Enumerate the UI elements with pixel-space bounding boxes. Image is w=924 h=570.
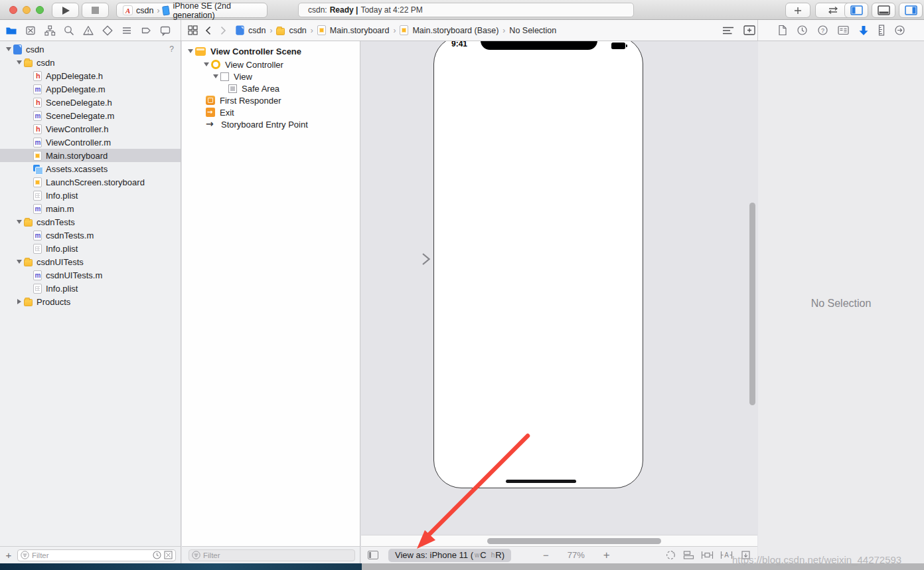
disclosure-triangle-icon[interactable] [15,260,24,264]
disclosure-triangle-icon[interactable] [15,60,24,64]
adjust-editor-icon[interactable] [722,26,734,35]
disclosure-triangle-icon[interactable] [15,220,24,224]
symbol-navigator-tab-icon[interactable] [44,25,56,37]
breadcrumb-file[interactable]: Main.storyboard [330,26,390,35]
nav-item-file[interactable]: Assets.xcassets [0,162,181,175]
nav-item-file[interactable]: csdnUITests.m [0,268,181,282]
nav-item-label: csdn [26,45,44,54]
toggle-inspector-button[interactable] [899,3,923,18]
canvas-horizontal-scrollbar-thumb[interactable] [487,538,661,544]
back-icon[interactable] [205,26,211,35]
align-icon[interactable] [683,550,694,560]
toggle-debug-area-button[interactable] [872,3,895,18]
zoom-window-button[interactable] [36,6,44,14]
nav-item-file[interactable]: AppDelegate.h [0,69,181,82]
device-bezels-toggle-icon[interactable] [368,551,378,559]
outline-item-exit[interactable]: Exit [182,106,360,118]
disclosure-triangle-icon[interactable] [4,47,13,51]
size-inspector-tab-icon[interactable] [878,25,885,36]
nav-item-file[interactable]: Info.plist [0,189,181,202]
breadcrumb-localization[interactable]: Main.storyboard (Base) [412,26,499,35]
zoom-in-button[interactable]: + [603,549,610,562]
nav-item-group[interactable]: csdnTests [0,215,181,229]
stop-button[interactable] [82,3,109,18]
disclosure-triangle-icon[interactable] [202,62,211,66]
quick-help-inspector-tab-icon[interactable]: ? [817,25,828,36]
identity-inspector-tab-icon[interactable] [838,25,849,35]
zoom-level-label[interactable]: 77% [568,550,585,560]
plist-file-icon [33,191,42,201]
attributes-inspector-tab-icon[interactable] [858,25,869,36]
outline-item-view-controller[interactable]: View Controller [182,58,360,70]
outline-item-view[interactable]: View [182,70,360,82]
disclosure-triangle-icon[interactable] [211,74,220,78]
resolve-auto-layout-icon[interactable]: A [720,550,733,560]
nav-item-group[interactable]: csdn [0,56,181,69]
breadcrumb-selection[interactable]: No Selection [509,26,556,35]
nav-item-file[interactable]: Info.plist [0,282,181,295]
file-inspector-tab-icon[interactable] [777,25,787,36]
report-navigator-tab-icon[interactable] [159,25,171,37]
nav-item-file[interactable]: Info.plist [0,242,181,255]
nav-item-file[interactable]: ViewController.m [0,136,181,149]
project-navigator-tab-icon[interactable] [5,25,17,37]
jump-bar: csdn › csdn › Main.storyboard › Main.sto… [182,20,757,41]
test-navigator-tab-icon[interactable] [102,25,114,37]
history-inspector-tab-icon[interactable] [797,25,808,36]
connections-inspector-tab-icon[interactable] [894,25,905,36]
outline-item-scene[interactable]: View Controller Scene [182,44,360,58]
nav-item-project[interactable]: csdn ? [0,43,181,56]
related-items-icon[interactable] [187,25,198,36]
minimize-window-button[interactable] [23,6,31,14]
nav-item-file[interactable]: SceneDelegate.m [0,109,181,122]
help-badge[interactable]: ? [169,45,174,54]
nav-item-group[interactable]: csdnUITests [0,255,181,268]
toggle-navigator-button[interactable] [844,3,868,18]
add-constraints-icon[interactable] [701,550,714,560]
nav-item-file[interactable]: SceneDelegate.h [0,96,181,109]
view-as-button[interactable]: View as: iPhone 11 (wChR) [388,549,511,562]
run-button[interactable] [52,3,79,18]
disclosure-triangle-icon[interactable] [15,299,24,304]
editor-toolbar-row: csdn › csdn › Main.storyboard › Main.sto… [0,20,924,41]
nav-item-file[interactable]: ViewController.h [0,122,181,136]
breadcrumb-project[interactable]: csdn [248,26,266,35]
canvas-horizontal-scrollbar-track[interactable] [361,535,757,546]
nav-item-file-selected[interactable]: Main.storyboard [0,149,181,162]
trait-width-class: C [480,550,486,560]
find-navigator-tab-icon[interactable] [63,25,75,37]
navigator-filter-field[interactable]: Filter [17,549,176,561]
outline-item-safe-area[interactable]: Safe Area [182,82,360,94]
svg-text:A: A [724,551,729,559]
source-control-tab-icon[interactable] [25,25,37,37]
storyboard-entry-arrow[interactable] [381,252,435,266]
forward-icon[interactable] [220,26,226,35]
inspector-panel: No Selection [758,41,924,563]
canvas-vertical-scrollbar[interactable] [749,203,755,405]
nav-item-file[interactable]: LaunchScreen.storyboard [0,175,181,189]
add-editor-icon[interactable] [743,25,755,35]
nav-item-group[interactable]: Products [0,295,181,308]
breadcrumb-group[interactable]: csdn [289,26,306,35]
recent-files-icon[interactable] [153,551,161,559]
outline-item-first-responder[interactable]: First Responder [182,94,360,106]
scheme-selector[interactable]: csdn › iPhone SE (2nd generation) [116,3,268,18]
outline-item-entry-point[interactable]: Storyboard Entry Point [182,118,360,130]
nav-item-file[interactable]: main.m [0,202,181,215]
update-frames-icon[interactable] [665,549,676,561]
source-control-status-icon[interactable] [164,551,173,559]
view-controller-artboard[interactable]: 9:41 [433,41,643,488]
nav-item-file[interactable]: csdnTests.m [0,229,181,242]
disclosure-triangle-icon[interactable] [186,49,195,53]
nav-item-file[interactable]: AppDelegate.m [0,82,181,96]
library-add-button[interactable] [785,3,810,18]
breakpoint-navigator-tab-icon[interactable] [140,25,152,37]
close-window-button[interactable] [9,6,17,14]
nav-item-label: csdnUITests.m [46,270,102,280]
outline-filter-field[interactable]: Filter [189,549,355,561]
debug-navigator-tab-icon[interactable] [121,25,133,37]
storyboard-canvas[interactable]: 9:41 [361,41,757,535]
issue-navigator-tab-icon[interactable] [82,25,94,37]
add-file-button[interactable]: + [0,549,17,561]
zoom-out-button[interactable]: − [543,549,549,561]
